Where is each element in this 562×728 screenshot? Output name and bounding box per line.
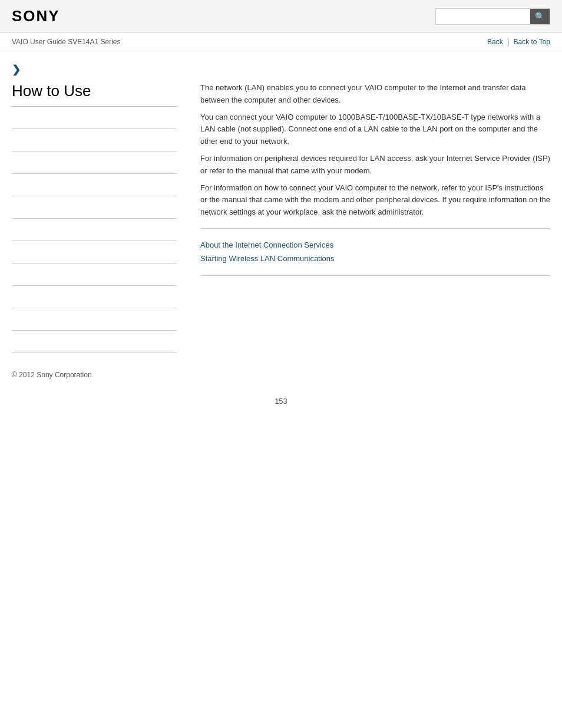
paragraph-4: For information on how to connect your V… xyxy=(200,182,550,219)
paragraph-3: For information on peripheral devices re… xyxy=(200,153,550,177)
sidebar-item-11[interactable] xyxy=(12,331,177,353)
sidebar-item-9[interactable] xyxy=(12,286,177,308)
nav-bar: VAIO User Guide SVE14A1 Series Back | Ba… xyxy=(0,33,562,51)
link-internet-connection[interactable]: About the Internet Connection Services xyxy=(200,238,550,252)
sidebar-item-1[interactable] xyxy=(12,107,177,129)
sidebar-item-6[interactable] xyxy=(12,219,177,241)
page-number: 153 xyxy=(0,385,562,417)
paragraph-2: You can connect your VAIO computer to 10… xyxy=(200,111,550,148)
main-content: How to Use The network (LAN) enables you… xyxy=(0,82,562,353)
back-to-top-link[interactable]: Back to Top xyxy=(514,38,550,46)
footer: © 2012 Sony Corporation xyxy=(0,353,562,385)
content-links: About the Internet Connection Services S… xyxy=(200,238,550,266)
sidebar-item-7[interactable] xyxy=(12,241,177,263)
sidebar-title: How to Use xyxy=(12,82,177,107)
sony-logo: SONY xyxy=(12,7,60,25)
guide-title: VAIO User Guide SVE14A1 Series xyxy=(12,38,121,46)
nav-separator: | xyxy=(507,38,509,46)
search-input[interactable] xyxy=(436,9,530,23)
back-link[interactable]: Back xyxy=(487,38,503,46)
sidebar-item-2[interactable] xyxy=(12,129,177,151)
sidebar-item-10[interactable] xyxy=(12,308,177,331)
sidebar-item-3[interactable] xyxy=(12,151,177,174)
search-box: 🔍 xyxy=(435,8,550,25)
link-wireless-lan[interactable]: Starting Wireless LAN Communications xyxy=(200,252,550,265)
search-icon: 🔍 xyxy=(535,12,545,21)
chevron-icon[interactable]: ❯ xyxy=(12,64,21,75)
sidebar: How to Use xyxy=(12,82,189,353)
nav-links: Back | Back to Top xyxy=(487,38,550,46)
search-button[interactable]: 🔍 xyxy=(530,9,550,24)
sidebar-item-4[interactable] xyxy=(12,174,177,196)
content-divider-2 xyxy=(200,275,550,276)
paragraph-1: The network (LAN) enables you to connect… xyxy=(200,82,550,107)
sidebar-item-5[interactable] xyxy=(12,196,177,219)
header: SONY 🔍 xyxy=(0,0,562,33)
chevron-row: ❯ xyxy=(0,51,562,82)
content-area: The network (LAN) enables you to connect… xyxy=(189,82,550,353)
sidebar-item-8[interactable] xyxy=(12,263,177,286)
copyright: © 2012 Sony Corporation xyxy=(12,371,92,379)
content-divider-1 xyxy=(200,228,550,229)
